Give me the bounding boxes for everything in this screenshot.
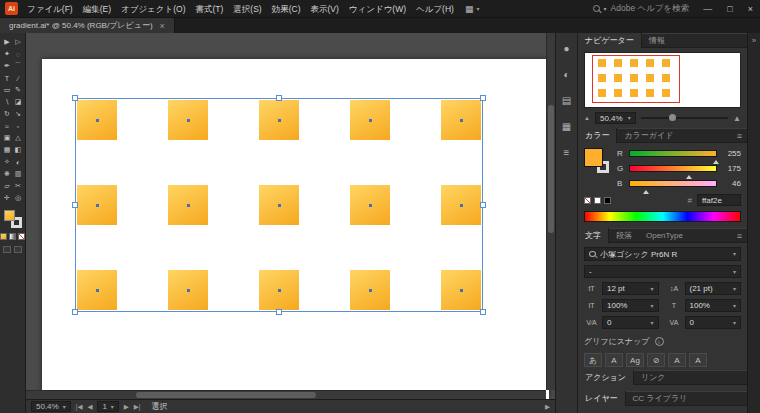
color-guide-panel-icon[interactable]: ◐ — [559, 67, 575, 81]
close-button[interactable]: × — [748, 4, 753, 14]
maximize-button[interactable]: □ — [727, 4, 732, 14]
fill-proxy-swatch[interactable] — [584, 148, 603, 167]
panel-menu-icon[interactable]: ≡ — [737, 131, 742, 141]
artwork-square[interactable] — [441, 270, 481, 310]
canvas[interactable] — [26, 33, 555, 399]
gradient-mode-button[interactable] — [9, 233, 16, 240]
artboard-tool-icon[interactable]: ▱ — [2, 180, 13, 192]
scale-tool-icon[interactable]: ↘ — [13, 108, 24, 120]
navigator-zoom-knob[interactable] — [669, 114, 676, 121]
collapse-panels-icon[interactable]: » — [752, 36, 756, 45]
channel-slider[interactable] — [629, 165, 717, 172]
channel-slider-knob[interactable] — [643, 187, 649, 194]
tab-color-guide[interactable]: カラーガイド — [617, 128, 680, 143]
document-tab[interactable]: gradient.ai* @ 50.4% (RGB/プレビュー) × — [0, 18, 175, 33]
paintbrush-tool-icon[interactable]: ✎ — [13, 84, 24, 96]
dock-collapse-strip[interactable]: » — [747, 33, 760, 413]
artwork-square[interactable] — [441, 185, 481, 225]
help-search[interactable]: ▾ Adobe ヘルプを検索 — [593, 3, 690, 15]
artwork-square[interactable] — [350, 100, 390, 140]
channel-slider[interactable] — [629, 180, 717, 187]
width-tool-icon[interactable]: ≈ — [2, 120, 13, 132]
tab-layers[interactable]: レイヤー — [578, 391, 626, 406]
navigator-zoom-slider[interactable] — [641, 117, 728, 119]
hex-value-field[interactable]: ffaf2e — [697, 194, 741, 206]
snap-option-0[interactable]: あ — [584, 353, 602, 367]
pencil-tool-icon[interactable]: ∖ — [2, 96, 13, 108]
tab-links[interactable]: リンク — [634, 370, 673, 385]
tab-close-icon[interactable]: × — [160, 21, 165, 31]
navigator-view-rect[interactable] — [592, 55, 680, 103]
shape-builder-tool-icon[interactable]: ▣ — [2, 132, 13, 144]
info-icon[interactable]: i — [655, 337, 664, 346]
magic-wand-tool-icon[interactable]: ✦ — [2, 48, 13, 60]
artwork-square[interactable] — [168, 270, 208, 310]
artwork-square[interactable] — [77, 270, 117, 310]
selection-handle[interactable] — [276, 95, 282, 101]
type-tool-icon[interactable]: T — [2, 72, 13, 84]
leading-field[interactable]: (21 pt) ▾ — [685, 282, 742, 295]
tab-character[interactable]: 文字 — [578, 228, 609, 243]
zoom-level-select[interactable]: 50.4% ▾ — [31, 401, 71, 412]
snap-option-5[interactable]: A — [689, 353, 707, 367]
fill-swatch[interactable] — [4, 210, 15, 221]
selection-handle[interactable] — [480, 95, 486, 101]
menu-item-6[interactable]: 表示(V) — [305, 0, 343, 18]
black-swatch[interactable] — [604, 197, 611, 204]
zoom-in-icon[interactable]: ▲ — [733, 114, 741, 123]
white-swatch[interactable] — [594, 197, 601, 204]
line-segment-tool-icon[interactable]: ∕ — [13, 72, 24, 84]
snap-option-3[interactable]: ⊘ — [647, 353, 665, 367]
tab-paragraph[interactable]: 段落 — [609, 228, 639, 243]
lasso-tool-icon[interactable]: ◌ — [13, 48, 24, 60]
font-family-field[interactable]: 小塚ゴシック Pr6N R ▾ — [584, 247, 741, 261]
horizontal-scrollbar[interactable] — [26, 390, 546, 399]
navigator-thumbnail[interactable] — [584, 52, 741, 108]
gradient-tool-icon[interactable]: ◧ — [13, 144, 24, 156]
tab-color[interactable]: カラー — [578, 128, 617, 143]
horizontal-scale-field[interactable]: 100% ▾ — [685, 299, 742, 312]
swatches-panel-icon[interactable]: ▤ — [559, 93, 575, 107]
artwork-square[interactable] — [350, 270, 390, 310]
eyedropper-tool-icon[interactable]: ✧ — [2, 156, 13, 168]
workspace-switcher[interactable]: ▦ ▾ — [465, 4, 480, 14]
color-panel-icon[interactable]: ● — [559, 41, 575, 55]
tab-actions[interactable]: アクション — [578, 370, 634, 385]
kerning-field[interactable]: 0 ▾ — [602, 316, 659, 329]
rotate-tool-icon[interactable]: ↻ — [2, 108, 13, 120]
slice-tool-icon[interactable]: ✂ — [13, 180, 24, 192]
menu-item-7[interactable]: ウィンドウ(W) — [344, 0, 411, 18]
menu-item-8[interactable]: ヘルプ(H) — [411, 0, 459, 18]
artwork-square[interactable] — [168, 185, 208, 225]
menu-item-4[interactable]: 選択(S) — [228, 0, 266, 18]
rectangle-tool-icon[interactable]: ▭ — [2, 84, 13, 96]
last-artboard-button[interactable]: ▶| — [134, 403, 141, 411]
artwork-square[interactable] — [350, 185, 390, 225]
snap-option-2[interactable]: Ag — [626, 353, 644, 367]
color-mode-button[interactable] — [0, 233, 7, 240]
selection-handle[interactable] — [72, 202, 78, 208]
eraser-tool-icon[interactable]: ◪ — [13, 96, 24, 108]
navigator-zoom-field[interactable]: 50.4% ▾ — [595, 112, 636, 124]
app-logo-icon[interactable]: Ai — [5, 2, 18, 15]
brushes-panel-icon[interactable]: ▦ — [559, 119, 575, 133]
artwork-square[interactable] — [441, 100, 481, 140]
artwork-square[interactable] — [259, 185, 299, 225]
tracking-field[interactable]: 0 ▾ — [685, 316, 742, 329]
channel-slider[interactable] — [629, 150, 717, 157]
snap-option-4[interactable]: A — [668, 353, 686, 367]
next-artboard-button[interactable]: ▶ — [124, 403, 129, 411]
draw-normal-button[interactable] — [3, 246, 11, 253]
selection-handle[interactable] — [72, 309, 78, 315]
hand-tool-icon[interactable]: ✛ — [2, 192, 13, 204]
artboard-number-select[interactable]: 1 ▾ — [97, 401, 118, 412]
snap-option-1[interactable]: A — [605, 353, 623, 367]
menu-item-1[interactable]: 編集(E) — [78, 0, 116, 18]
minimize-button[interactable]: — — [703, 4, 712, 14]
first-artboard-button[interactable]: |◀ — [76, 403, 83, 411]
menu-item-5[interactable]: 効果(C) — [267, 0, 306, 18]
none-mode-button[interactable] — [18, 233, 25, 240]
selection-handle[interactable] — [276, 309, 282, 315]
none-swatch[interactable] — [584, 197, 591, 204]
perspective-grid-tool-icon[interactable]: △ — [13, 132, 24, 144]
